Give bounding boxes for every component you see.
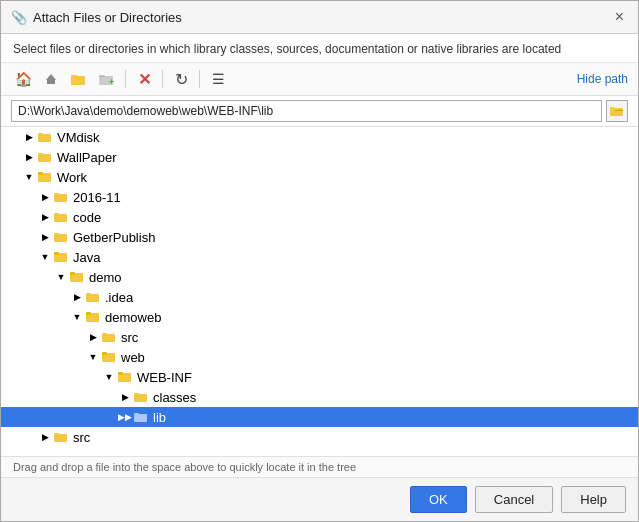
toggle-src2[interactable]	[37, 429, 53, 445]
toggle-demo[interactable]	[53, 269, 69, 285]
toggle-code[interactable]	[37, 209, 53, 225]
svg-rect-32	[86, 312, 91, 315]
svg-rect-5	[99, 75, 105, 77]
dialog-description: Select files or directories in which lib…	[1, 34, 638, 63]
tree-item-idea[interactable]: .idea	[1, 287, 638, 307]
tree-item-src2[interactable]: src	[1, 427, 638, 447]
tree-label-idea: .idea	[105, 290, 133, 305]
toggle-lib[interactable]: ▶	[117, 409, 133, 425]
svg-rect-33	[87, 315, 99, 322]
toolbar: 🏠 + ✕ ↻ ☰ Hide path	[1, 63, 638, 96]
tree-item-vmdk[interactable]: VMdisk	[1, 127, 638, 147]
view-button[interactable]: ☰	[206, 67, 230, 91]
close-button[interactable]: ×	[611, 7, 628, 27]
svg-rect-24	[54, 252, 59, 255]
toggle-classes[interactable]	[117, 389, 133, 405]
folder-icon-lib	[133, 409, 149, 425]
toggle-work[interactable]	[21, 169, 37, 185]
svg-rect-20	[54, 213, 59, 215]
toggle-demoweb[interactable]	[69, 309, 85, 325]
svg-text:+: +	[109, 77, 114, 86]
folder-icon-code	[53, 209, 69, 225]
refresh-button[interactable]: ↻	[169, 67, 193, 91]
drag-hint: Drag and drop a file into the space abov…	[1, 457, 638, 478]
tree-item-lib[interactable]: ▶ lib	[1, 407, 638, 427]
svg-rect-29	[86, 294, 99, 302]
svg-rect-13	[38, 153, 43, 155]
attach-files-dialog: 📎 Attach Files or Directories × Select f…	[0, 0, 639, 522]
svg-rect-45	[134, 413, 139, 415]
delete-button[interactable]: ✕	[132, 67, 156, 91]
toggle-vmdk[interactable]	[21, 129, 37, 145]
separator-1	[125, 70, 126, 88]
tree-label-2016-11: 2016-11	[73, 190, 121, 205]
svg-marker-1	[46, 74, 56, 80]
tree-label-webinf: WEB-INF	[137, 370, 192, 385]
tree-item-code[interactable]: code	[1, 207, 638, 227]
tree-item-demoweb[interactable]: demoweb	[1, 307, 638, 327]
tree-label-web: web	[121, 350, 145, 365]
svg-rect-25	[55, 255, 67, 262]
tree-item-java[interactable]: Java	[1, 247, 638, 267]
toggle-idea[interactable]	[69, 289, 85, 305]
up-button[interactable]	[39, 67, 63, 91]
add-folder-button[interactable]: +	[95, 67, 119, 91]
help-button[interactable]: Help	[561, 486, 626, 513]
toggle-wallpaper[interactable]	[21, 149, 37, 165]
hide-path-button[interactable]: Hide path	[577, 72, 628, 86]
tree-label-wallpaper: WallPaper	[57, 150, 116, 165]
separator-3	[199, 70, 200, 88]
folder-icon-getberpublish	[53, 229, 69, 245]
tree-item-getberpublish[interactable]: GetberPublish	[1, 227, 638, 247]
tree-item-wallpaper[interactable]: WallPaper	[1, 147, 638, 167]
ok-button[interactable]: OK	[410, 486, 467, 513]
svg-rect-30	[86, 293, 91, 295]
tree-label-vmdk: VMdisk	[57, 130, 100, 145]
tree-item-web[interactable]: web	[1, 347, 638, 367]
separator-2	[162, 70, 163, 88]
folder-icon-idea	[85, 289, 101, 305]
tree-item-webinf[interactable]: WEB-INF	[1, 367, 638, 387]
tree-label-work: Work	[57, 170, 87, 185]
new-folder-button[interactable]	[67, 67, 91, 91]
title-bar-left: 📎 Attach Files or Directories	[11, 9, 182, 25]
toggle-2016-11[interactable]	[37, 189, 53, 205]
tree-item-2016-11[interactable]: 2016-11	[1, 187, 638, 207]
svg-rect-8	[610, 107, 615, 109]
tree-label-classes: classes	[153, 390, 196, 405]
tree-label-lib: lib	[153, 410, 166, 425]
svg-rect-34	[102, 334, 115, 342]
svg-rect-12	[38, 154, 51, 162]
toggle-src1[interactable]	[85, 329, 101, 345]
path-input[interactable]	[11, 100, 602, 122]
toggle-webinf[interactable]	[101, 369, 117, 385]
svg-rect-41	[119, 375, 131, 382]
svg-rect-11	[38, 133, 43, 135]
folder-icon-classes	[133, 389, 149, 405]
tree-item-classes[interactable]: classes	[1, 387, 638, 407]
tree-label-java: Java	[73, 250, 100, 265]
dialog-icon: 📎	[11, 9, 27, 25]
home-button[interactable]: 🏠	[11, 67, 35, 91]
cancel-button[interactable]: Cancel	[475, 486, 553, 513]
path-browse-button[interactable]	[606, 100, 628, 122]
toggle-web[interactable]	[85, 349, 101, 365]
toggle-getberpublish[interactable]	[37, 229, 53, 245]
path-row	[1, 96, 638, 127]
svg-rect-16	[39, 175, 51, 182]
svg-rect-21	[54, 234, 67, 242]
tree-item-src1[interactable]: src	[1, 327, 638, 347]
svg-rect-43	[134, 393, 139, 395]
svg-rect-35	[102, 333, 107, 335]
folder-icon-src2	[53, 429, 69, 445]
folder-icon-vmdk	[37, 129, 53, 145]
toggle-java[interactable]	[37, 249, 53, 265]
tree-label-getberpublish: GetberPublish	[73, 230, 155, 245]
tree-item-demo[interactable]: demo	[1, 267, 638, 287]
tree-item-work[interactable]: Work	[1, 167, 638, 187]
folder-icon-2016-11	[53, 189, 69, 205]
file-tree[interactable]: VMdisk WallPaper Work 2016-11	[1, 127, 638, 457]
tree-label-src1: src	[121, 330, 138, 345]
folder-icon-web	[101, 349, 117, 365]
button-row: OK Cancel Help	[1, 478, 638, 521]
